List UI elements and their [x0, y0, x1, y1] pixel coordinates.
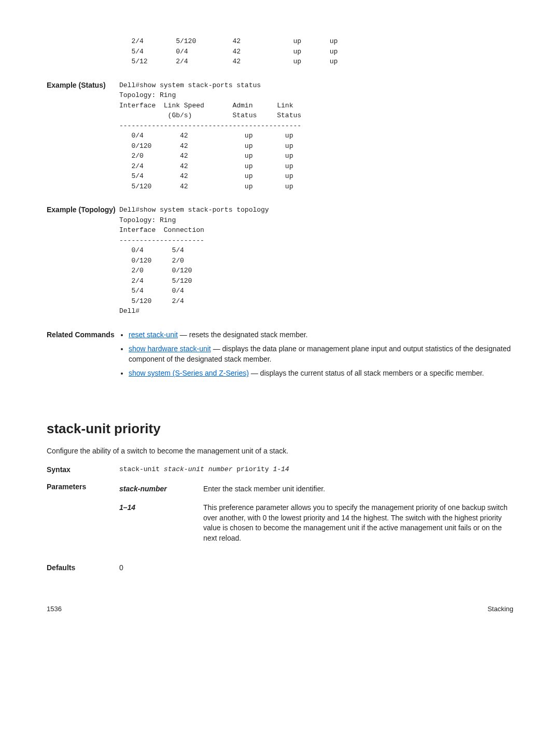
related-rest-2: — displays the current status of all sta… — [249, 369, 484, 377]
example-topology-content: Dell#show system stack-ports topology To… — [119, 205, 513, 316]
example-status-content: Dell#show system stack-ports status Topo… — [119, 80, 513, 192]
example-status-pre: Dell#show system stack-ports status Topo… — [119, 80, 513, 192]
parameters-label: Parameters — [47, 482, 119, 549]
related-link-1[interactable]: show hardware stack-unit — [129, 345, 211, 353]
footer-section: Stacking — [487, 604, 513, 614]
defaults-value: 0 — [119, 563, 513, 573]
example-topology-pre: Dell#show system stack-ports topology To… — [119, 205, 513, 316]
syntax-italic-2: 1-14 — [273, 465, 289, 473]
syntax-content: stack-unit stack-unit number priority 1-… — [119, 465, 513, 475]
related-link-2[interactable]: show system (S-Series and Z-Series) — [129, 369, 249, 377]
empty-label — [47, 36, 119, 67]
parameters-row: Parameters stack-number Enter the stack … — [47, 482, 513, 549]
syntax-label: Syntax — [47, 465, 119, 475]
syntax-mid: priority — [232, 465, 273, 473]
footer-page-number: 1536 — [47, 604, 62, 614]
top-continuation-row: 2/4 5/120 42 up up 5/4 0/4 42 up up 5/12… — [47, 36, 513, 67]
parameters-table: stack-number Enter the stack member unit… — [119, 482, 513, 549]
param-name-0: stack-number — [119, 482, 203, 501]
param-name-1: 1–14 — [119, 501, 203, 549]
top-pre: 2/4 5/120 42 up up 5/4 0/4 42 up up 5/12… — [119, 36, 513, 67]
example-topology-label: Example (Topology) — [47, 205, 119, 316]
param-row-1: 1–14 This preference parameter allows yo… — [119, 501, 513, 549]
related-commands-list: reset stack-unit — resets the designated… — [119, 330, 513, 379]
syntax-italic-1: stack-unit number — [164, 465, 233, 473]
related-item-0: reset stack-unit — resets the designated… — [129, 330, 513, 340]
param-desc-0: Enter the stack member unit identifier. — [203, 482, 513, 501]
related-commands-content: reset stack-unit — resets the designated… — [119, 330, 513, 383]
related-link-0[interactable]: reset stack-unit — [129, 330, 178, 339]
related-commands-row: Related Commands reset stack-unit — rese… — [47, 330, 513, 383]
defaults-label: Defaults — [47, 563, 119, 573]
syntax-row: Syntax stack-unit stack-unit number prio… — [47, 465, 513, 475]
syntax-pre: stack-unit — [119, 465, 164, 473]
related-item-2: show system (S-Series and Z-Series) — di… — [129, 368, 513, 379]
param-row-0: stack-number Enter the stack member unit… — [119, 482, 513, 501]
page-footer: 1536 Stacking — [47, 604, 513, 614]
section-intro: Configure the ability of a switch to bec… — [47, 446, 513, 457]
example-status-row: Example (Status) Dell#show system stack-… — [47, 80, 513, 192]
section-title: stack-unit priority — [47, 419, 513, 438]
param-desc-1: This preference parameter allows you to … — [203, 501, 513, 549]
defaults-row: Defaults 0 — [47, 563, 513, 573]
related-item-1: show hardware stack-unit — displays the … — [129, 344, 513, 364]
example-topology-row: Example (Topology) Dell#show system stac… — [47, 205, 513, 316]
related-commands-label: Related Commands — [47, 330, 119, 383]
example-status-label: Example (Status) — [47, 80, 119, 192]
parameters-content: stack-number Enter the stack member unit… — [119, 482, 513, 549]
top-pre-wrap: 2/4 5/120 42 up up 5/4 0/4 42 up up 5/12… — [119, 36, 513, 67]
related-rest-0: — resets the designated stack member. — [178, 330, 308, 339]
